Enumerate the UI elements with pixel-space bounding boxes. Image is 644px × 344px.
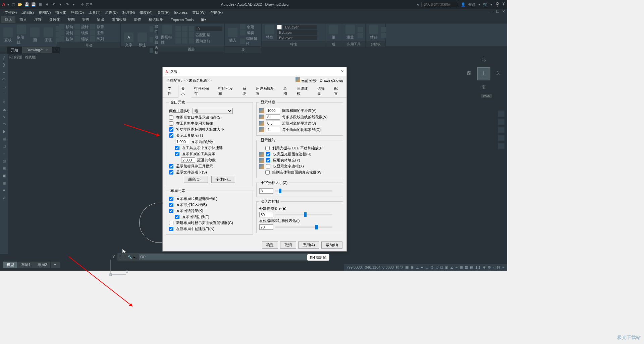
ime-indicator[interactable]: EN⌨简 xyxy=(307,254,329,261)
cb-rollover[interactable] xyxy=(169,164,173,168)
tab-layout2[interactable]: 布局2 xyxy=(34,262,51,268)
crosshair-input[interactable] xyxy=(259,188,273,194)
tool-ellipsearc-icon[interactable]: ◗ xyxy=(1,128,7,135)
tab-output[interactable]: 输出 xyxy=(94,16,108,23)
tool-revcloud-icon[interactable]: ☁ xyxy=(1,106,7,113)
tool-arc-icon[interactable]: ⌒ xyxy=(1,91,7,98)
colors-button[interactable]: 颜色(C)... xyxy=(184,176,208,183)
cb-large-buttons[interactable] xyxy=(169,121,173,126)
dlgtab-drafting[interactable]: 绘图 xyxy=(280,85,294,97)
inplace-fade-input[interactable] xyxy=(259,224,273,230)
ok-button[interactable]: 确定 xyxy=(262,242,278,249)
status-dyn-icon[interactable]: + xyxy=(421,265,423,269)
status-qp-icon[interactable]: ▤ xyxy=(470,265,473,270)
qat-open-icon[interactable]: 📂 xyxy=(17,2,23,7)
tab-insert[interactable]: 插入 xyxy=(16,16,30,23)
doc-close-icon[interactable]: ✕ xyxy=(502,9,505,14)
menu-window[interactable]: 窗口(W) xyxy=(190,9,208,16)
tool-ellipse-icon[interactable]: ⬭ xyxy=(1,121,7,127)
cb-create-viewport[interactable] xyxy=(169,227,173,231)
status-menu-icon[interactable]: ≡ xyxy=(502,265,504,269)
array-icon[interactable] xyxy=(90,36,95,42)
dialog-close-icon[interactable]: ✕ xyxy=(341,69,344,74)
login-link[interactable]: 登录 xyxy=(468,2,476,7)
status-iso-icon[interactable]: ◇ xyxy=(436,265,438,270)
status-sc-icon[interactable]: ⊡ xyxy=(465,265,468,270)
arc-smooth-input[interactable] xyxy=(266,108,280,113)
cb-filetabs[interactable] xyxy=(169,170,173,175)
viewport-label[interactable]: [-][俯视][二维线框] xyxy=(9,55,36,60)
tool-polyline-icon[interactable]: ⌐ xyxy=(1,69,7,76)
layer-dropdown[interactable]: 0 xyxy=(196,26,222,31)
qat-web-icon[interactable]: ▦ xyxy=(38,2,43,7)
status-osnap-icon[interactable]: □ xyxy=(440,265,443,269)
panel-block[interactable]: 块 xyxy=(225,47,261,53)
status-units[interactable]: 小数 xyxy=(493,265,500,270)
status-otrack-icon[interactable]: ∠ xyxy=(450,265,453,270)
copy-icon[interactable] xyxy=(59,30,64,36)
status-infer-icon[interactable]: ⊥ xyxy=(416,265,419,270)
dlgtab-profiles[interactable]: 配置 xyxy=(331,85,344,97)
arc-button[interactable]: 圆弧 xyxy=(42,27,54,43)
tab-model[interactable]: 模型 xyxy=(3,262,18,268)
status-polar-icon[interactable]: ⊙ xyxy=(431,265,434,270)
apply-button[interactable]: 应用(A) xyxy=(298,242,319,249)
menu-param[interactable]: 参数(P) xyxy=(155,9,172,16)
nav-orbit-icon[interactable] xyxy=(498,135,504,141)
cb-text-frame[interactable] xyxy=(266,164,270,168)
tool-construction-icon[interactable]: ╳ xyxy=(1,62,7,68)
qat-undo-icon[interactable]: ↶ xyxy=(51,2,56,7)
tool-point-icon[interactable]: · xyxy=(1,150,7,157)
viewcube[interactable]: 北 南 西 东 上 xyxy=(467,57,500,90)
nav-pan-icon[interactable] xyxy=(498,119,504,125)
status-ws-icon[interactable]: ⚙ xyxy=(488,265,491,270)
xref-fade-slider[interactable] xyxy=(275,214,332,215)
qat-new-icon[interactable]: ▢ xyxy=(11,2,16,7)
cmd-customize-icon[interactable]: 🔧 xyxy=(127,255,132,259)
dlgtab-files[interactable]: 文件 xyxy=(165,85,178,97)
tab-close-icon[interactable]: × xyxy=(46,48,48,52)
qat-redo-icon[interactable]: ↷ xyxy=(64,2,70,7)
panel-group[interactable]: 组 xyxy=(325,41,342,47)
tool-addselected-icon[interactable]: ⊕ xyxy=(1,194,7,201)
cmd-handle-icon[interactable]: ⋮⋮ xyxy=(119,255,126,259)
mirror-icon[interactable] xyxy=(74,30,80,36)
wcs-badge[interactable]: WCS xyxy=(481,94,492,98)
nav-zoom-icon[interactable] xyxy=(498,127,504,133)
xref-fade-input[interactable] xyxy=(259,212,273,217)
layerprop-button[interactable]: 图层特性 xyxy=(160,24,174,46)
panel-clip[interactable]: 剪贴板 xyxy=(366,41,385,47)
menu-format[interactable]: 格式(O) xyxy=(69,9,86,16)
circle-button[interactable]: 圆 xyxy=(29,27,41,43)
share-button[interactable]: ✈共享 xyxy=(81,2,93,7)
menu-dim[interactable]: 标注(N) xyxy=(120,9,137,16)
dlgtab-opensave[interactable]: 打开和保存 xyxy=(191,85,215,97)
dlgtab-selection[interactable]: 选择集 xyxy=(314,85,331,97)
tool-rectangle-icon[interactable]: ▭ xyxy=(1,84,7,90)
polyline-button[interactable]: 多段线 xyxy=(15,24,28,46)
inplace-fade-slider[interactable] xyxy=(275,226,332,228)
menu-file[interactable]: 文件(F) xyxy=(3,9,19,16)
status-annoscale[interactable]: 1:1 xyxy=(475,265,480,269)
tool-line-icon[interactable]: ╱ xyxy=(1,54,7,61)
cb-pagesetup[interactable] xyxy=(169,221,173,225)
panel-prop[interactable]: 特性 xyxy=(262,41,325,47)
cb-layout-tabs[interactable] xyxy=(169,197,173,201)
command-input[interactable] xyxy=(139,254,307,260)
qat-plot-icon[interactable]: 🖨 xyxy=(44,2,50,7)
menu-tools[interactable]: 工具(T) xyxy=(87,9,103,16)
tab-add[interactable]: + xyxy=(51,262,60,268)
cb-solid-fill[interactable] xyxy=(266,158,270,162)
app-icon[interactable]: A xyxy=(0,2,7,7)
tab-default[interactable]: 默认 xyxy=(1,16,15,23)
ribbon-collapse-icon[interactable]: ▣▾ xyxy=(198,16,210,23)
group-button[interactable]: 组 xyxy=(327,24,339,41)
tool-circle-icon[interactable]: ○ xyxy=(1,98,7,105)
tab-addins[interactable]: 附加模块 xyxy=(108,16,130,23)
cb-scrollbars[interactable] xyxy=(169,115,173,120)
move-icon[interactable] xyxy=(59,24,64,29)
tool-hatch-icon[interactable]: ▨ xyxy=(1,157,7,164)
search-input[interactable] xyxy=(421,2,458,7)
text-button[interactable]: A文字 xyxy=(123,32,135,48)
status-ortho-icon[interactable]: ∟ xyxy=(425,265,429,269)
